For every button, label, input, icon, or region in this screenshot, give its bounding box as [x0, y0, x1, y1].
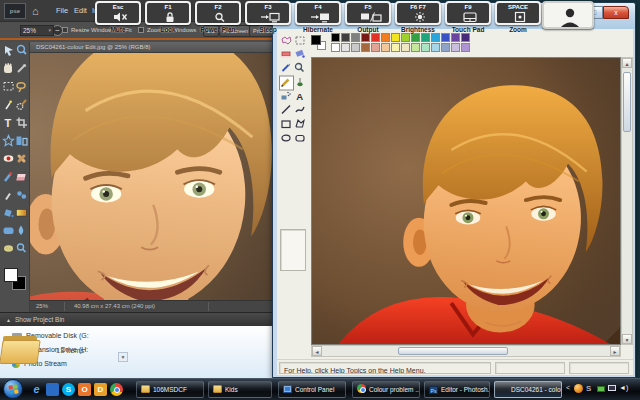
palette-swatch[interactable] [461, 33, 470, 42]
rounded-rectangle-tool[interactable] [296, 136, 304, 142]
palette-swatch[interactable] [331, 43, 340, 52]
palette-swatch[interactable] [341, 43, 350, 52]
close-button[interactable]: x [603, 6, 629, 19]
palette-swatch[interactable] [421, 43, 430, 52]
color-picker-tool[interactable] [283, 64, 291, 72]
palette-swatch[interactable] [381, 33, 390, 42]
hscroll-thumb[interactable] [398, 347, 508, 355]
rectangle-tool[interactable] [282, 121, 290, 128]
freeform-select-tool[interactable] [282, 37, 291, 44]
palette-swatch[interactable] [411, 33, 420, 42]
start-button[interactable] [3, 379, 23, 399]
media-app-icon[interactable] [46, 383, 59, 396]
horizontal-scrollbar[interactable]: ◄ ► [311, 345, 621, 357]
eraser-tool[interactable] [282, 52, 290, 58]
marquee-tool[interactable] [4, 83, 13, 91]
hand-tool[interactable] [4, 63, 12, 73]
office-app-icon[interactable]: D [94, 383, 107, 396]
healing-brush-tool[interactable] [17, 154, 26, 163]
volume-icon[interactable]: ◄) [619, 384, 628, 391]
brush-tool[interactable] [297, 78, 302, 86]
tray-app-icon-orange[interactable] [574, 384, 583, 393]
status-zoom-level[interactable]: 25% [36, 301, 48, 312]
palette-swatch[interactable] [441, 33, 450, 42]
taskbar-button-kids[interactable]: Kids [208, 381, 272, 398]
palette-swatch[interactable] [331, 33, 340, 42]
scroll-right-icon[interactable]: ► [610, 346, 620, 356]
taskbar-button-106msdcf[interactable]: 106MSDCF [136, 381, 204, 398]
text-tool[interactable]: A [296, 91, 303, 102]
crop-tool[interactable] [17, 118, 28, 129]
network-icon[interactable] [608, 385, 616, 391]
tray-skype-icon[interactable]: S [586, 384, 591, 393]
taskbar-button-editor-photoshop[interactable]: PsEditor - Photosh... [424, 381, 490, 398]
show-project-bin-bar[interactable]: ▲Show Project Bin [0, 312, 279, 326]
eraser-tool[interactable] [16, 174, 25, 181]
scroll-up-icon[interactable]: ▲ [622, 58, 632, 68]
fill-tool[interactable] [295, 50, 304, 58]
palette-swatch[interactable] [341, 33, 350, 42]
palette-swatch[interactable] [401, 43, 410, 52]
explorer-scroll-down-button[interactable]: ▼ [118, 352, 128, 362]
resize-windows-checkbox[interactable] [62, 27, 68, 33]
document-title-bar[interactable]: DSC04261-colour Edit.jpg @ 25% (RGB/8) [30, 42, 279, 53]
quick-selection-tool[interactable] [17, 100, 26, 109]
cookie-cutter-tool[interactable] [4, 136, 14, 146]
internet-explorer-icon[interactable]: e [30, 383, 43, 396]
paint-canvas[interactable] [311, 57, 621, 345]
eyedropper-tool[interactable] [18, 64, 26, 72]
scroll-left-icon[interactable]: ◄ [312, 346, 322, 356]
palette-swatch[interactable] [401, 33, 410, 42]
palette-swatch[interactable] [361, 43, 370, 52]
home-icon[interactable]: ⌂ [32, 3, 39, 19]
vertical-scrollbar[interactable]: ▲ ▼ [621, 57, 633, 345]
palette-swatch[interactable] [391, 33, 400, 42]
palette-swatch[interactable] [451, 33, 460, 42]
battery-icon[interactable] [597, 386, 605, 392]
photoshop-canvas-photo[interactable] [30, 53, 279, 300]
outlook-icon[interactable]: O [78, 383, 91, 396]
tray-expand-icon[interactable]: < [566, 384, 570, 391]
skype-icon[interactable]: S [62, 383, 75, 396]
ellipse-tool[interactable] [282, 135, 290, 141]
palette-swatch[interactable] [351, 33, 360, 42]
zoom-level-field[interactable]: 25%▾ [20, 25, 54, 36]
palette-swatch[interactable] [421, 33, 430, 42]
lasso-tool[interactable] [17, 83, 25, 92]
curve-tool[interactable] [296, 107, 304, 112]
palette-swatch[interactable] [381, 43, 390, 52]
palette-swatch[interactable] [451, 43, 460, 52]
paint-fg-swatch[interactable] [311, 35, 321, 45]
pencil-tool[interactable] [17, 191, 26, 199]
palette-swatch[interactable] [351, 43, 360, 52]
sponge-tool[interactable] [4, 245, 13, 251]
recompose-tool[interactable] [17, 137, 28, 146]
taskbar-button-dsc04261-paint[interactable]: DSC04261 - colou... [494, 381, 562, 398]
zoom-tool[interactable] [18, 46, 26, 54]
red-eye-tool[interactable] [4, 155, 14, 161]
palette-swatch[interactable] [411, 43, 420, 52]
line-tool[interactable] [282, 106, 290, 114]
foreground-color-swatch[interactable] [4, 268, 18, 282]
brush-tool[interactable] [6, 190, 13, 200]
tool-options-box[interactable] [280, 229, 306, 271]
paint-bucket-tool[interactable] [4, 209, 13, 217]
blur-tool[interactable] [19, 226, 24, 236]
palette-swatch[interactable] [431, 33, 440, 42]
chrome-icon[interactable] [110, 383, 123, 396]
palette-swatch[interactable] [361, 33, 370, 42]
magic-wand-tool[interactable] [6, 101, 12, 110]
palette-swatch[interactable] [371, 43, 380, 52]
taskbar-button-control-panel[interactable]: Control Panel [278, 381, 346, 398]
polygon-tool[interactable] [296, 120, 304, 127]
move-tool[interactable] [5, 46, 13, 56]
type-tool[interactable]: T [5, 117, 12, 129]
taskbar-button-colour-problem[interactable]: Colour problem ... [352, 381, 420, 398]
palette-swatch[interactable] [371, 33, 380, 42]
status-dimensions[interactable]: 40.98 cm x 27.43 cm (240 ppi) [74, 301, 155, 312]
airbrush-tool[interactable] [282, 92, 291, 100]
vscroll-thumb[interactable] [623, 72, 631, 132]
palette-swatch[interactable] [431, 43, 440, 52]
select-tool[interactable] [296, 37, 304, 44]
palette-swatch[interactable] [461, 43, 470, 52]
